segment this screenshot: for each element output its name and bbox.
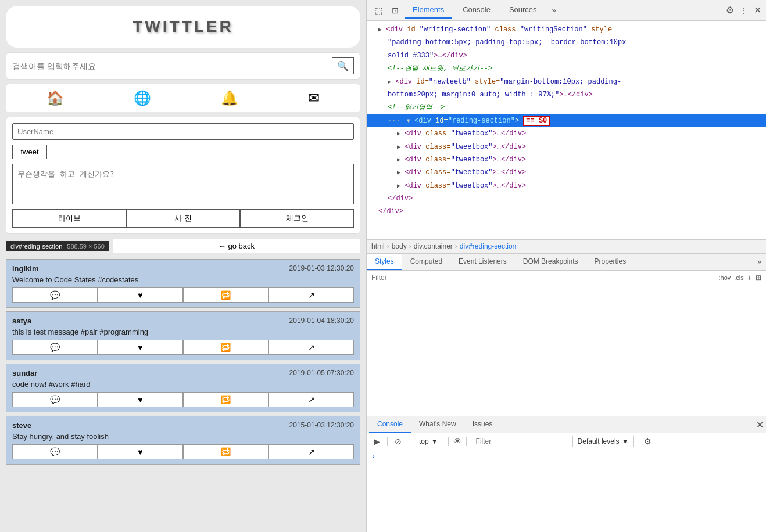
console-prompt: › — [371, 452, 375, 461]
tree-line-tweetbox5[interactable]: ▶ <div class="tweetbox">…</div> — [367, 179, 766, 192]
console-content: › — [367, 450, 766, 532]
tab-whats-new[interactable]: What's New — [411, 416, 464, 433]
photo-button[interactable]: 사 진 — [126, 209, 240, 228]
tree-line-close-outer[interactable]: </div> — [367, 205, 766, 218]
mail-icon[interactable]: ✉ — [308, 90, 320, 106]
elements-tree[interactable]: ▶ <div id="writing-section" class="writi… — [367, 21, 766, 239]
tweet-item: steve 2015-01-03 12:30:20 Stay hungry, a… — [6, 416, 360, 465]
tree-line-tweetbox1[interactable]: ▶ <div class="tweetbox">…</div> — [367, 127, 766, 140]
elements-panel: ▶ <div id="writing-section" class="writi… — [367, 21, 766, 532]
app-title: TWITTLER — [17, 17, 349, 36]
console-block-icon[interactable]: ⊘ — [392, 436, 404, 447]
console-sep1 — [387, 437, 388, 446]
styles-tab-more[interactable]: » — [753, 254, 766, 269]
tree-line-style-cont2[interactable]: solid #333">…</div> — [367, 49, 766, 62]
like-button[interactable]: ♥ — [98, 444, 183, 459]
tweet-button[interactable]: tweet — [12, 145, 47, 159]
tree-line-newteetb[interactable]: ▶ <div id="newteetb" style="margin-botto… — [367, 76, 766, 88]
comment-button[interactable]: 💬 — [12, 340, 98, 355]
filter-hov[interactable]: :hov — [719, 274, 731, 281]
checkin-button[interactable]: 체크인 — [240, 209, 354, 228]
console-target-arrow: ▼ — [431, 437, 438, 445]
like-button[interactable]: ♥ — [98, 340, 183, 355]
tree-line-tweetbox4[interactable]: ▶ <div class="tweetbox">…</div> — [367, 166, 766, 179]
inspect-icon[interactable]: ⬚ — [371, 3, 386, 17]
console-filter-input[interactable] — [471, 436, 568, 447]
search-input[interactable] — [12, 62, 332, 71]
settings-icon[interactable]: ⚙ — [726, 5, 734, 16]
tab-dom-breakpoints[interactable]: DOM Breakpoints — [515, 254, 586, 270]
tree-line-comment-reading[interactable]: <!--읽기영역--> — [367, 101, 766, 114]
tweet-text: Welcome to Code States #codestates — [12, 275, 354, 284]
home-icon[interactable]: 🏠 — [46, 90, 64, 106]
tree-line-tweetbox2[interactable]: ▶ <div class="tweetbox">…</div> — [367, 141, 766, 153]
tweet-user: satya — [12, 317, 31, 325]
filter-plus-icon[interactable]: + — [747, 273, 752, 282]
tab-more[interactable]: » — [547, 2, 561, 18]
tweet-actions: 💬 ♥ 🔁 ↗ — [12, 444, 354, 459]
search-button[interactable]: 🔍 — [332, 57, 354, 74]
tweet-time: 2015-01-03 12:30:20 — [289, 421, 354, 430]
console-levels[interactable]: Default levels ▼ — [572, 436, 634, 447]
app-panel: TWITTLER 🔍 🏠 🌐 🔔 ✉ tweet 라이브 사 진 체크인 div… — [0, 0, 366, 532]
tree-line-writing-section[interactable]: ▶ <div id="writing-section" class="writi… — [367, 23, 766, 36]
bell-icon[interactable]: 🔔 — [221, 90, 238, 106]
console-run-icon[interactable]: ▶ — [371, 436, 382, 447]
tab-sources[interactable]: Sources — [501, 2, 545, 19]
breadcrumb-container[interactable]: div.container — [414, 242, 453, 250]
share-button[interactable]: ↗ — [269, 340, 354, 355]
tab-console-main[interactable]: Console — [369, 416, 411, 433]
device-icon[interactable]: ⊡ — [388, 3, 402, 17]
live-button[interactable]: 라이브 — [12, 209, 126, 228]
retweet-button[interactable]: 🔁 — [183, 287, 269, 303]
tree-line-reding-section[interactable]: ··· ▼ <div id="reding-section"> == $0 — [367, 114, 766, 127]
tree-line-style-cont[interactable]: "padding-bottom:5px; padding-top:5px; bo… — [367, 36, 766, 49]
tree-line-comment-random[interactable]: <!--랜덤 새트윗, 뒤로가기--> — [367, 62, 766, 75]
console-eye-icon[interactable]: 👁 — [453, 437, 461, 446]
tree-line-newteetb2[interactable]: bottom:20px; margin:0 auto; width : 97%;… — [367, 88, 766, 101]
breadcrumb-reding[interactable]: div#reding-section — [460, 242, 516, 250]
tab-elements[interactable]: Elements — [405, 2, 452, 19]
tweet-header: steve 2015-01-03 12:30:20 — [12, 421, 354, 430]
filter-layout-icon[interactable]: ⊞ — [756, 274, 761, 282]
console-gear-icon[interactable]: ⚙ — [644, 437, 652, 446]
breadcrumb-bar: html › body › div.container › div#reding… — [367, 239, 766, 253]
close-icon[interactable]: ✕ — [754, 5, 761, 16]
filter-input[interactable] — [371, 274, 715, 282]
console-close-icon[interactable]: ✕ — [756, 419, 764, 430]
tree-line-close-reding[interactable]: </div> — [367, 192, 766, 205]
console-target[interactable]: top ▼ — [414, 436, 443, 447]
breadcrumb-html[interactable]: html — [371, 242, 385, 250]
comment-button[interactable]: 💬 — [12, 392, 98, 407]
filter-cls[interactable]: .cls — [734, 274, 744, 281]
like-button[interactable]: ♥ — [98, 287, 183, 303]
tab-issues[interactable]: Issues — [464, 416, 501, 433]
globe-icon[interactable]: 🌐 — [134, 90, 151, 106]
more-options-icon[interactable]: ⋮ — [736, 3, 751, 17]
tweet-actions: 💬 ♥ 🔁 ↗ — [12, 340, 354, 355]
goback-button[interactable]: ← go back — [113, 239, 360, 253]
styles-panel: Styles Computed Event Listeners DOM Brea… — [367, 253, 766, 416]
tab-computed[interactable]: Computed — [402, 254, 450, 270]
tab-styles[interactable]: Styles — [367, 254, 402, 270]
retweet-button[interactable]: 🔁 — [183, 392, 269, 407]
like-button[interactable]: ♥ — [98, 392, 183, 407]
element-name: div#reding-section — [10, 243, 62, 250]
comment-button[interactable]: 💬 — [12, 287, 98, 303]
tweet-textarea[interactable] — [12, 164, 354, 204]
username-input[interactable] — [12, 123, 354, 140]
retweet-button[interactable]: 🔁 — [183, 444, 269, 459]
tweet-user: sundar — [12, 369, 37, 378]
comment-button[interactable]: 💬 — [12, 444, 98, 459]
tab-event-listeners[interactable]: Event Listeners — [450, 254, 515, 270]
tweet-actions: 💬 ♥ 🔁 ↗ — [12, 392, 354, 407]
retweet-button[interactable]: 🔁 — [183, 340, 269, 355]
share-button[interactable]: ↗ — [269, 444, 354, 459]
tweet-text: code now! #work #hard — [12, 380, 354, 389]
tab-properties[interactable]: Properties — [586, 254, 634, 270]
tab-console[interactable]: Console — [454, 2, 499, 19]
tree-line-tweetbox3[interactable]: ▶ <div class="tweetbox">…</div> — [367, 153, 766, 166]
share-button[interactable]: ↗ — [269, 287, 354, 303]
breadcrumb-body[interactable]: body — [392, 242, 407, 250]
share-button[interactable]: ↗ — [269, 392, 354, 407]
